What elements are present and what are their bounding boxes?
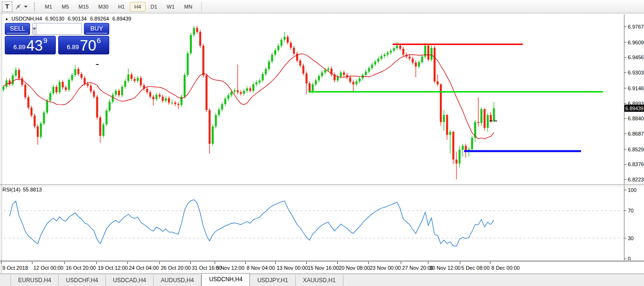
chart-tab-audusd-h4[interactable]: AUDUSD,H4	[154, 275, 201, 286]
candle-body[interactable]	[190, 35, 192, 53]
candle-body[interactable]	[446, 115, 448, 135]
candle-body[interactable]	[55, 87, 57, 92]
candle-body[interactable]	[87, 84, 89, 86]
candle-body[interactable]	[327, 69, 329, 70]
candle-body[interactable]	[249, 88, 251, 91]
candle-body[interactable]	[371, 64, 373, 68]
candle-body[interactable]	[115, 91, 117, 95]
candle-body[interactable]	[168, 98, 170, 103]
candle-body[interactable]	[206, 75, 208, 110]
candle-body[interactable]	[93, 91, 95, 96]
candle-body[interactable]	[21, 78, 23, 85]
candle-body[interactable]	[287, 37, 289, 42]
candle-body[interactable]	[199, 32, 201, 46]
candle-body[interactable]	[265, 69, 267, 74]
candle-body[interactable]	[112, 95, 114, 102]
candle-body[interactable]	[436, 81, 438, 84]
candle-body[interactable]	[462, 146, 464, 149]
candle-body[interactable]	[449, 132, 451, 135]
candle-body[interactable]	[280, 40, 282, 45]
candle-body[interactable]	[284, 37, 286, 40]
candle-body[interactable]	[162, 97, 164, 101]
candle-body[interactable]	[393, 48, 395, 51]
candle-body[interactable]	[165, 98, 167, 101]
candle-body[interactable]	[230, 92, 232, 95]
candle-body[interactable]	[90, 86, 92, 91]
candle-body[interactable]	[177, 104, 179, 105]
candle-body[interactable]	[487, 115, 488, 128]
candle-body[interactable]	[224, 99, 226, 104]
collapse-arrow-icon[interactable]: ▲	[5, 17, 9, 21]
candle-body[interactable]	[237, 90, 239, 92]
candle-body[interactable]	[409, 57, 411, 59]
candle-body[interactable]	[121, 87, 123, 95]
timeframe-button-w1[interactable]: W1	[163, 2, 179, 11]
timeframe-button-h1[interactable]: H1	[114, 2, 129, 11]
candle-body[interactable]	[156, 95, 157, 99]
candle-body[interactable]	[262, 74, 264, 81]
timeframe-button-h4[interactable]: H4	[130, 2, 145, 11]
candle-body[interactable]	[46, 101, 48, 113]
candle-body[interactable]	[131, 74, 133, 79]
candle-body[interactable]	[399, 46, 401, 49]
candle-body[interactable]	[353, 82, 354, 85]
candle-body[interactable]	[71, 75, 73, 80]
candle-body[interactable]	[421, 57, 423, 62]
candle-body[interactable]	[196, 28, 198, 32]
candle-body[interactable]	[324, 70, 326, 73]
candle-body[interactable]	[202, 46, 204, 75]
candle-body[interactable]	[440, 85, 442, 122]
candle-body[interactable]	[105, 111, 107, 125]
candle-body[interactable]	[256, 83, 258, 85]
candle-body[interactable]	[377, 59, 379, 62]
lot-decrease-button[interactable]	[32, 23, 37, 34]
candle-body[interactable]	[359, 78, 361, 81]
candle-body[interactable]	[34, 116, 36, 127]
candle-body[interactable]	[390, 51, 392, 53]
candle-body[interactable]	[271, 55, 273, 62]
candle-body[interactable]	[134, 79, 135, 81]
candle-body[interactable]	[149, 92, 151, 96]
candle-body[interactable]	[321, 73, 323, 76]
candle-body[interactable]	[81, 74, 83, 78]
candle-body[interactable]	[427, 46, 429, 60]
candle-body[interactable]	[184, 75, 186, 97]
candle-body[interactable]	[318, 76, 320, 80]
candle-body[interactable]	[74, 69, 76, 75]
candle-body[interactable]	[299, 61, 301, 65]
candle-body[interactable]	[37, 127, 39, 137]
candle-body[interactable]	[396, 46, 398, 48]
candle-body[interactable]	[68, 80, 70, 90]
candle-body[interactable]	[77, 69, 79, 74]
candle-body[interactable]	[159, 95, 161, 96]
candle-body[interactable]	[43, 113, 45, 124]
candle-body[interactable]	[252, 85, 254, 91]
candle-body[interactable]	[193, 28, 195, 35]
candle-body[interactable]	[103, 125, 104, 136]
candle-body[interactable]	[52, 87, 54, 94]
candle-body[interactable]	[127, 74, 129, 81]
candle-body[interactable]	[374, 62, 376, 64]
candle-body[interactable]	[443, 115, 445, 122]
candle-body[interactable]	[349, 77, 351, 82]
candle-body[interactable]	[456, 159, 457, 163]
candle-body[interactable]	[412, 59, 414, 63]
timeframe-button-mn[interactable]: MN	[180, 2, 197, 11]
candle-body[interactable]	[243, 91, 245, 94]
chart-tab-usdjpy-h1[interactable]: USDJPY,H1	[250, 275, 295, 286]
candle-body[interactable]	[274, 50, 276, 54]
candle-body[interactable]	[40, 124, 42, 137]
candle-body[interactable]	[49, 93, 51, 101]
candle-body[interactable]	[2, 87, 4, 90]
timeframe-button-d1[interactable]: D1	[146, 2, 162, 11]
candle-body[interactable]	[434, 48, 436, 82]
candle-body[interactable]	[458, 150, 460, 164]
candle-body[interactable]	[340, 73, 342, 76]
candle-body[interactable]	[387, 53, 389, 54]
candle-body[interactable]	[218, 110, 220, 115]
buy-button[interactable]: BUY	[84, 23, 109, 35]
candle-body[interactable]	[493, 108, 495, 121]
chart-tab-usdchf-h4[interactable]: USDCHF,H4	[59, 275, 105, 286]
candle-body[interactable]	[221, 104, 223, 109]
candle-body[interactable]	[15, 70, 17, 75]
